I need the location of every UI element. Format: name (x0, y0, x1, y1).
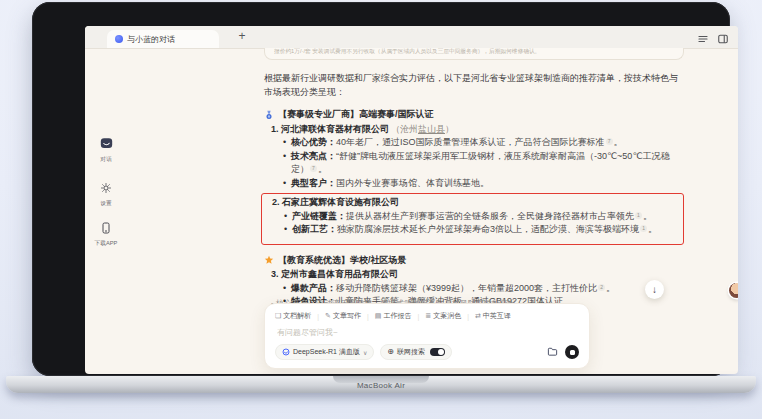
company-bullet: 典型客户：国内外专业赛事场馆、体育训练基地。 (291, 177, 684, 191)
polish-icon: ≣ (425, 312, 431, 320)
medal-icon (264, 110, 274, 120)
composer-tab-label: 文档解析 (283, 311, 311, 321)
translate-icon: ⇄ (475, 312, 481, 320)
tab-title: 与小蓝的对话 (127, 34, 175, 45)
company-bullet: 核心优势：40年老厂，通过ISO国际质量管理体系认证，产品符合国际比赛标准7。 (291, 136, 684, 150)
composer-tab-label: 文章写作 (333, 311, 361, 321)
section-title: 【赛事级专业厂商】高端赛事/国际认证 (278, 108, 434, 122)
app-window: 与小蓝的对话 + 对话设置下载APP 报价约1万/·/套 安装调试费用不另行收取… (85, 26, 738, 374)
macbook-base: MacBook Air (6, 376, 756, 393)
composer-tab-3[interactable]: ▤工作报告 (375, 311, 412, 321)
app-sidebar: 对话设置下载APP (85, 48, 127, 374)
composer-tool-tabs: ❏文档解析|✎文章写作|▤工作报告|≣文案润色|⇄中英互译 (275, 311, 579, 321)
pencil-icon: ✎ (325, 312, 331, 320)
company-name: 1. 河北津联体育器材有限公司（沧州盐山县） (264, 123, 684, 137)
sidebar-item-label: 对话 (86, 155, 126, 164)
desktop-background: 与小蓝的对话 + 对话设置下载APP 报价约1万/·/套 安装调试费用不另行收取… (0, 0, 762, 419)
web-search-toggle[interactable]: ⊕ 联网搜索 (380, 344, 452, 360)
new-tab-button[interactable]: + (235, 29, 249, 43)
tab-favicon-icon (115, 35, 123, 43)
composer-tab-5[interactable]: ⇄中英互译 (475, 311, 511, 321)
sidebar-item-label: 设置 (86, 199, 126, 208)
section-title: 【教育系统优选】学校/社区场景 (278, 254, 407, 268)
citation-badge[interactable]: 2 (598, 284, 605, 291)
sidebar-item-label: 下载APP (86, 239, 126, 248)
citation-badge[interactable]: 7 (310, 165, 317, 172)
chat-thread: 报价约1万/·/套 安装调试费用不另行收取（从属于区域内人员以及三层中间服务商）… (264, 48, 684, 337)
composer-tab-label: 中英互译 (483, 311, 511, 321)
web-search-label: 联网搜索 (397, 347, 425, 357)
chat-logo-icon (100, 136, 113, 153)
folder-icon[interactable] (547, 343, 558, 361)
citation-badge[interactable]: 1 (640, 225, 647, 232)
globe-icon: ⊕ (387, 348, 394, 356)
company-name: 2. 石家庄冀辉体育设施有限公司 (265, 196, 677, 210)
sidebar-item-settings[interactable]: 设置 (85, 180, 127, 208)
company-item-highlighted: 2. 石家庄冀辉体育设施有限公司产业链覆盖：提供从器材生产到赛事运营的全链条服务… (261, 193, 684, 245)
tab-separator: | (317, 313, 319, 320)
company-item: 1. 河北津联体育器材有限公司（沧州盐山县）核心优势：40年老厂，通过ISO国际… (264, 123, 684, 191)
quote-tail-text: 报价约1万/·/套 安装调试费用不另行收取（从属于区域内人员以及三层中间服务商）… (274, 48, 540, 56)
company-name: 3. 定州市鑫昌体育用品有限公司 (264, 268, 684, 282)
deepseek-logo-icon (282, 348, 290, 357)
company-bullet: 产业链覆盖：提供从器材生产到赛事运营的全链条服务，全民健身路径器材市占率领先1。 (292, 210, 677, 224)
previous-quote-card: 报价约1万/·/套 安装调试费用不另行收取（从属于区域内人员以及三层中间服务商）… (264, 48, 684, 60)
chevron-down-icon: ∨ (363, 349, 367, 356)
phone-icon (100, 220, 112, 237)
report-icon: ▤ (375, 312, 382, 320)
scroll-to-bottom-button[interactable]: ↓ (645, 280, 664, 299)
composer-tab-2[interactable]: ✎文章写作 (325, 311, 361, 321)
tab-separator: | (367, 313, 369, 320)
composer-tab-label: 文案润色 (433, 311, 461, 321)
sidebar-toggle-icon[interactable] (717, 31, 729, 49)
composer-tab-4[interactable]: ≣文案润色 (425, 311, 461, 321)
tab-separator: | (467, 313, 469, 320)
model-label: DeepSeek-R1 满血版 (293, 347, 360, 357)
composer-tab-1[interactable]: ❏文档解析 (275, 311, 311, 321)
composer-panel: ❏文档解析|✎文章写作|▤工作报告|≣文案润色|⇄中英互译 DeepSeek-R… (264, 303, 590, 369)
device-label: MacBook Air (6, 381, 756, 390)
section-heading: 【教育系统优选】学校/社区场景 (264, 254, 684, 268)
location-link[interactable]: 盐山县 (418, 124, 445, 134)
stop-record-button[interactable] (565, 345, 579, 359)
citation-badge[interactable]: 7 (606, 138, 613, 145)
company-bullet: 技术亮点：“舒健”牌电动液压篮球架采用军工级钢材，液压系统耐寒耐高温（-30℃~… (291, 150, 684, 177)
sidebar-item-chat[interactable]: 对话 (85, 136, 127, 164)
gear-icon (100, 180, 112, 197)
sidebar-item-download-app[interactable]: 下载APP (85, 220, 127, 248)
composer-tab-label: 工作报告 (383, 311, 411, 321)
citation-badge[interactable]: 1 (635, 212, 642, 219)
menu-icon[interactable] (697, 31, 709, 49)
assistant-intro-paragraph: 根据最新行业调研数据和厂家综合实力评估，以下是河北省专业篮球架制造商的推荐清单，… (264, 72, 684, 99)
model-selector[interactable]: DeepSeek-R1 满血版 ∨ (275, 344, 374, 360)
document-icon: ❏ (275, 312, 281, 320)
browser-tab[interactable]: 与小蓝的对话 (107, 30, 219, 48)
tab-separator: | (417, 313, 419, 320)
prompt-input[interactable] (275, 327, 583, 338)
company-bullet: 爆款产品：移动升降防锈篮球架（¥3999起），年销量超2000套，主打性价比2。 (291, 282, 684, 296)
web-search-switch[interactable] (430, 348, 445, 356)
section-heading: 【赛事级专业厂商】高端赛事/国际认证 (264, 108, 684, 122)
macbook-bezel: 与小蓝的对话 + 对话设置下载APP 报价约1万/·/套 安装调试费用不另行收取… (32, 2, 730, 376)
company-bullet: 创新工艺：独家防腐涂层技术延长户外篮球架寿命3倍以上，适配沙漠、海滨等极端环境1… (292, 223, 677, 237)
user-avatar[interactable] (729, 283, 738, 298)
company-location: （沧州盐山县） (391, 124, 454, 134)
browser-tab-bar: 与小蓝的对话 + (85, 26, 738, 49)
star-icon (264, 255, 274, 265)
